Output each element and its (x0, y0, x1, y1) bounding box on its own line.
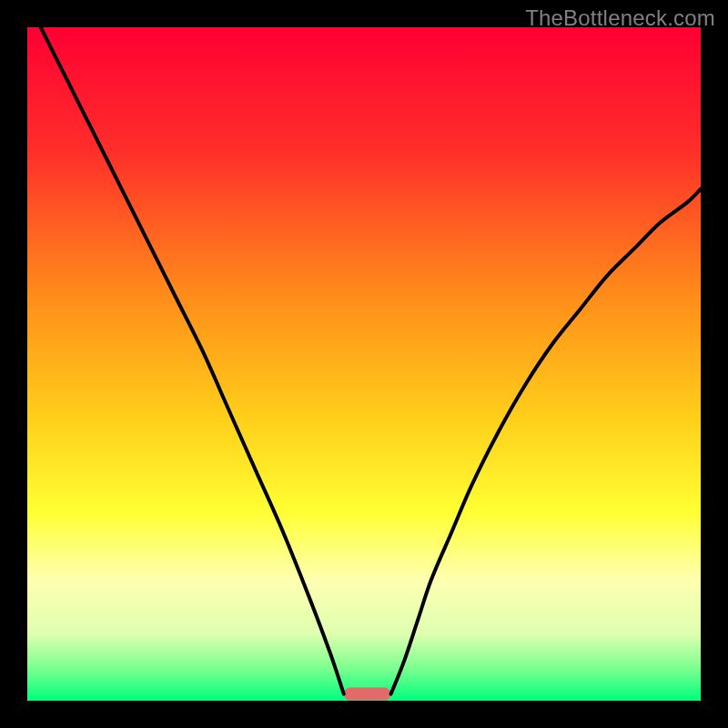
plot-area (27, 27, 701, 701)
chart-svg (27, 27, 701, 701)
chart-container: TheBottleneck.com (0, 0, 728, 728)
chart-background (27, 27, 701, 701)
optimal-marker (344, 688, 391, 701)
watermark-text: TheBottleneck.com (525, 5, 715, 31)
